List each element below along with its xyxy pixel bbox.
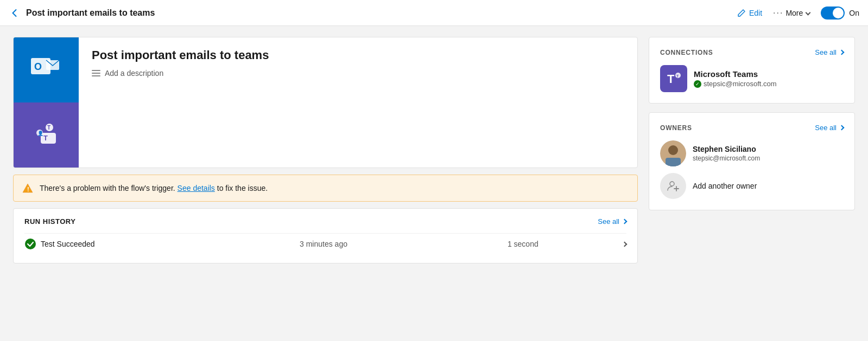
right-panel: CONNECTIONS See all T T Microsoft Teams (649, 37, 855, 330)
warning-icon: ! (22, 183, 33, 194)
owners-see-all[interactable]: See all (815, 124, 844, 132)
teams-icon-container: T T 👤 (14, 102, 79, 168)
run-history-title: RUN HISTORY (24, 217, 75, 226)
see-details-link[interactable]: See details (178, 184, 215, 192)
svg-text:T: T (667, 72, 675, 86)
run-duration: 1 second (423, 240, 623, 248)
add-owner-label: Add another owner (693, 182, 757, 190)
add-owner-icon-container (660, 173, 686, 199)
toggle-label: On (849, 9, 859, 17)
add-description-button[interactable]: Add a description (92, 69, 269, 78)
toggle-switch[interactable] (821, 7, 845, 20)
teams-connection-icon: T T (665, 70, 682, 87)
flow-details: Post important emails to teams Add a des… (79, 37, 282, 168)
flow-toggle[interactable]: On (821, 7, 859, 20)
flow-title: Post important emails to teams (92, 48, 269, 62)
run-history-header: RUN HISTORY See all (24, 217, 626, 226)
svg-text:T: T (47, 125, 50, 131)
owner-email: stepsic@microsoft.com (693, 155, 760, 162)
owners-card: OWNERS See all Stephen S (649, 112, 855, 210)
back-button[interactable] (9, 8, 20, 18)
more-dots-icon: ··· (773, 8, 783, 18)
run-row-chevron-icon (622, 241, 628, 247)
owner-avatar (660, 140, 686, 166)
warning-text: There's a problem with the flow's trigge… (40, 184, 268, 192)
toggle-thumb (833, 8, 844, 18)
svg-text:👤: 👤 (37, 130, 44, 137)
more-chevron-icon (806, 10, 811, 16)
run-history-card: RUN HISTORY See all Test Succeeded 3 min… (13, 208, 638, 263)
run-time: 3 minutes ago (224, 240, 423, 248)
description-icon (92, 70, 100, 76)
back-arrow-icon (9, 8, 20, 18)
connection-name: Microsoft Teams (694, 69, 777, 79)
connections-title: CONNECTIONS (660, 49, 713, 56)
more-button[interactable]: ··· More (773, 8, 810, 18)
flow-card: O T T 👤 (13, 37, 638, 168)
connection-email: ✓ stepsic@microsoft.com (694, 80, 777, 88)
svg-text:O: O (34, 61, 42, 72)
connection-check-icon: ✓ (694, 80, 701, 88)
edit-button[interactable]: Edit (737, 9, 762, 17)
top-bar-actions: Edit ··· More On (737, 7, 859, 20)
success-check-icon (24, 238, 36, 250)
svg-point-16 (668, 145, 678, 155)
connections-card: CONNECTIONS See all T T Microsoft Teams (649, 37, 855, 104)
outlook-icon: O (29, 53, 64, 87)
svg-rect-18 (666, 158, 681, 166)
page-title: Post important emails to teams (26, 8, 155, 18)
run-history-row[interactable]: Test Succeeded 3 minutes ago 1 second (24, 233, 626, 254)
svg-point-11 (25, 239, 36, 249)
svg-text:T: T (43, 134, 48, 142)
see-all-chevron-icon (622, 219, 628, 224)
connection-item: T T Microsoft Teams ✓ stepsic@microsoft.… (660, 65, 844, 92)
connections-header: CONNECTIONS See all (660, 48, 844, 56)
warning-banner: ! There's a problem with the flow's trig… (13, 175, 638, 202)
outlook-icon-container: O (14, 37, 79, 102)
add-person-icon (667, 179, 680, 192)
flow-icons-column: O T T 👤 (14, 37, 79, 168)
svg-text:T: T (676, 74, 679, 78)
owner-name: Stephen Siciliano (693, 145, 760, 153)
run-history-see-all[interactable]: See all (598, 217, 626, 226)
run-status: Test Succeeded (24, 238, 224, 250)
connections-see-all[interactable]: See all (815, 48, 844, 56)
owner-item: Stephen Siciliano stepsic@microsoft.com (660, 140, 844, 166)
edit-icon (737, 9, 746, 17)
top-bar: Post important emails to teams Edit ··· … (0, 0, 868, 26)
owner-avatar-image (660, 140, 686, 166)
svg-text:!: ! (27, 186, 29, 192)
owners-header: OWNERS See all (660, 124, 844, 132)
left-panel: O T T 👤 (13, 37, 638, 330)
add-owner-button[interactable]: Add another owner (660, 173, 844, 199)
main-layout: O T T 👤 (0, 26, 868, 341)
teams-icon: T T 👤 (30, 119, 62, 151)
connection-info: Microsoft Teams ✓ stepsic@microsoft.com (694, 69, 777, 88)
owners-title: OWNERS (660, 124, 692, 132)
owners-see-all-chevron (839, 125, 845, 131)
connections-see-all-chevron (839, 50, 845, 55)
owner-info: Stephen Siciliano stepsic@microsoft.com (693, 145, 760, 162)
teams-logo-box: T T (660, 65, 687, 92)
svg-point-19 (670, 182, 674, 186)
